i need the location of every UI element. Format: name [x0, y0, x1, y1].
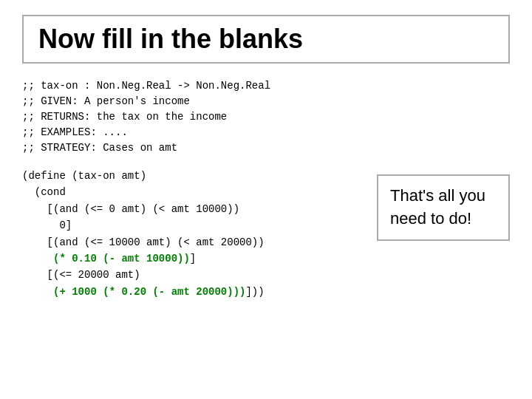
code-area: ;; tax-on : Non.Neg.Real -> Non.Neg.Real…: [22, 78, 362, 384]
code-block: (define (tax-on amt) (cond [(and (<= 0 a…: [22, 168, 362, 300]
highlight-2: (+ 1000 (* 0.20 (- amt 20000))): [53, 286, 245, 298]
highlight-1: (* 0.10 (- amt 10000)): [53, 253, 190, 265]
page-container: Now fill in the blanks ;; tax-on : Non.N…: [0, 0, 532, 399]
callout-box: That's all you need to do!: [377, 174, 510, 241]
page-title: Now fill in the blanks: [38, 24, 303, 54]
comment-line-2: ;; GIVEN: A person's income: [22, 94, 362, 109]
content-area: ;; tax-on : Non.Neg.Real -> Non.Neg.Real…: [22, 78, 510, 384]
comment-line-1: ;; tax-on : Non.Neg.Real -> Non.Neg.Real: [22, 78, 362, 94]
comment-line-4: ;; EXAMPLES: ....: [22, 125, 362, 140]
comment-line-3: ;; RETURNS: the tax on the income: [22, 109, 362, 125]
callout-text: That's all you need to do!: [390, 186, 485, 228]
title-box: Now fill in the blanks: [22, 15, 510, 64]
comment-section: ;; tax-on : Non.Neg.Real -> Non.Neg.Real…: [22, 78, 362, 156]
comment-line-5: ;; STRATEGY: Cases on amt: [22, 140, 362, 156]
